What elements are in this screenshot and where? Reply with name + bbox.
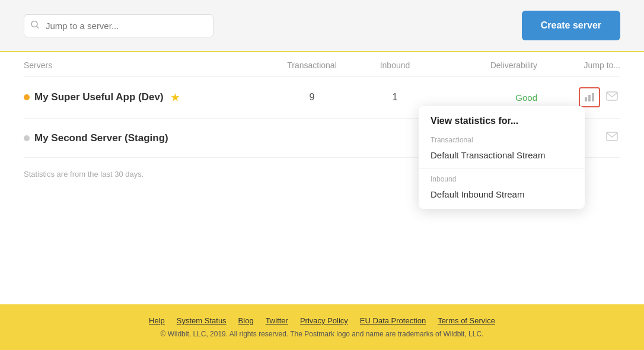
svg-rect-4 bbox=[592, 93, 594, 101]
footer-link-blog[interactable]: Blog bbox=[238, 316, 254, 325]
transactional-count-1: 9 bbox=[264, 92, 359, 103]
col-header-transactional: Transactional bbox=[264, 61, 359, 70]
footer-link-twitter[interactable]: Twitter bbox=[266, 316, 288, 325]
server-name-1: My Super Useful App (Dev) ★ bbox=[24, 91, 264, 103]
create-server-button[interactable]: Create server bbox=[522, 11, 620, 40]
search-input[interactable] bbox=[24, 14, 213, 37]
stream-inbound-item[interactable]: Default Inbound Stream bbox=[419, 184, 585, 204]
mail-button-2[interactable] bbox=[604, 129, 620, 147]
server-title-1: My Super Useful App (Dev) bbox=[34, 91, 164, 103]
statistics-popup: View statistics for... Transactional Def… bbox=[419, 106, 585, 209]
status-dot-gray bbox=[24, 135, 30, 141]
table-header: Servers Transactional Inbound Deliverabi… bbox=[24, 52, 620, 77]
status-dot-yellow bbox=[24, 94, 30, 100]
main-content: Servers Transactional Inbound Deliverabi… bbox=[0, 52, 644, 304]
footer-link-status[interactable]: System Status bbox=[177, 316, 227, 325]
col-header-deliverability: Deliverability bbox=[431, 61, 549, 70]
svg-rect-6 bbox=[607, 132, 617, 141]
search-wrapper bbox=[24, 14, 213, 37]
top-bar: Create server bbox=[0, 0, 644, 52]
footer-link-eu[interactable]: EU Data Protection bbox=[360, 316, 426, 325]
table-row: My Super Useful App (Dev) ★ 9 1 Good bbox=[24, 77, 620, 119]
popup-section-transactional: Transactional bbox=[419, 133, 585, 145]
footer-link-tos[interactable]: Terms of Service bbox=[438, 316, 495, 325]
svg-rect-5 bbox=[607, 92, 617, 100]
search-icon bbox=[31, 21, 39, 31]
footer-link-privacy[interactable]: Privacy Policy bbox=[300, 316, 348, 325]
popup-title: View statistics for... bbox=[419, 116, 585, 133]
deliverability-1: Good bbox=[431, 93, 549, 103]
popup-section-inbound: Inbound bbox=[419, 173, 585, 184]
mail-button-1[interactable] bbox=[604, 89, 620, 106]
popup-divider bbox=[419, 168, 585, 169]
footer-links: Help System Status Blog Twitter Privacy … bbox=[24, 316, 620, 325]
svg-rect-3 bbox=[588, 95, 591, 101]
star-icon: ★ bbox=[171, 92, 179, 103]
server-name-2: My Second Server (Staging) bbox=[24, 132, 264, 144]
col-header-inbound: Inbound bbox=[359, 61, 431, 70]
footer-link-help[interactable]: Help bbox=[149, 316, 165, 325]
server-title-2: My Second Server (Staging) bbox=[34, 132, 168, 144]
svg-rect-2 bbox=[585, 97, 587, 101]
row-actions-1: View statistics for... Transactional Def… bbox=[549, 87, 620, 107]
footer-copyright: © Wildbit, LLC, 2019. All rights reserve… bbox=[24, 330, 620, 338]
inbound-count-1: 1 bbox=[359, 92, 431, 103]
col-header-jump: Jump to... bbox=[549, 61, 620, 70]
stream-transactional-item[interactable]: Default Transactional Stream bbox=[419, 145, 585, 165]
bar-chart-button[interactable] bbox=[579, 87, 600, 107]
footer: Help System Status Blog Twitter Privacy … bbox=[0, 304, 644, 350]
svg-line-1 bbox=[37, 27, 39, 28]
col-header-servers: Servers bbox=[24, 61, 264, 70]
